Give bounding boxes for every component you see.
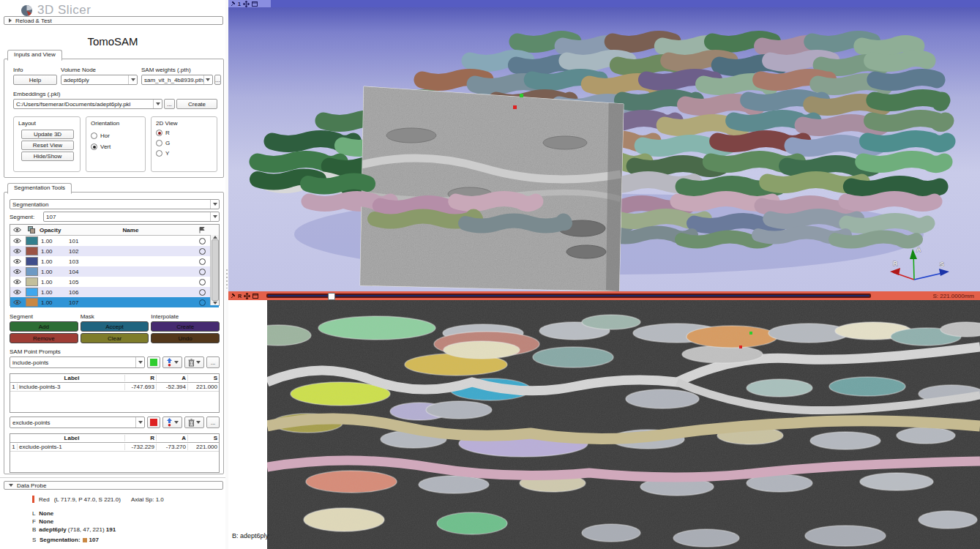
collapse-arrow-icon[interactable] — [9, 484, 13, 487]
segment-color-swatch[interactable] — [26, 298, 38, 307]
eye-icon[interactable] — [10, 238, 24, 244]
include-color-button[interactable] — [147, 356, 160, 368]
radio-vert[interactable]: Vert — [91, 143, 141, 150]
volume-node-combobox[interactable]: adept6ply — [61, 75, 138, 85]
chevron-down-icon[interactable] — [128, 75, 137, 84]
segment-row-104[interactable]: 1.00104 — [10, 266, 219, 277]
chevron-down-icon[interactable] — [135, 357, 144, 367]
chevron-down-icon[interactable] — [203, 75, 212, 84]
segment-status-circle[interactable] — [194, 299, 210, 306]
pushpin-icon[interactable] — [231, 1, 236, 7]
chevron-down-icon[interactable] — [135, 417, 144, 427]
segment-row-105[interactable]: 1.00105 — [10, 277, 219, 287]
visibility-column-eye-icon[interactable] — [10, 227, 24, 233]
segment-row-101[interactable]: 1.00101 — [10, 236, 219, 246]
exclude-point-row[interactable]: 1 exclude-points-1 -732.229 -73.270 221.… — [10, 443, 219, 452]
chevron-down-icon[interactable] — [210, 212, 219, 221]
sam-weights-combobox[interactable]: sam_vit_h_4b8939.pth — [141, 75, 213, 85]
eye-icon[interactable] — [10, 248, 24, 254]
scrollbar-thumb[interactable] — [212, 239, 219, 301]
pushpin-icon[interactable] — [231, 293, 236, 299]
exclude-color-button[interactable] — [147, 417, 160, 428]
create-button[interactable]: Create — [151, 321, 220, 332]
scroll-down-icon[interactable] — [213, 302, 217, 305]
tab-inputs-and-view[interactable]: Inputs and View — [7, 50, 62, 61]
radio-icon[interactable] — [156, 130, 162, 136]
segment-status-circle[interactable] — [194, 238, 210, 244]
segment-name[interactable]: 102 — [69, 248, 194, 255]
eye-icon[interactable] — [10, 258, 24, 264]
view3d-viewport[interactable]: R A S — [228, 7, 980, 291]
segment-name[interactable]: 107 — [69, 299, 194, 306]
maximize-icon[interactable] — [253, 294, 258, 299]
exclude-points-combobox[interactable]: exclude-points — [10, 417, 145, 428]
eye-icon[interactable] — [10, 269, 24, 274]
slice-slider[interactable] — [266, 294, 871, 298]
segment-row-107[interactable]: 1.00107 — [10, 297, 219, 307]
data-probe-section[interactable]: Data Probe — [4, 481, 223, 490]
segment-row-106[interactable]: 1.00106 — [10, 287, 219, 297]
remove-button[interactable]: Remove — [10, 333, 78, 343]
hide-show-button[interactable]: Hide/Show — [21, 152, 74, 161]
clear-button[interactable]: Clear — [81, 333, 149, 343]
segment-color-swatch[interactable] — [26, 247, 38, 255]
radio-icon[interactable] — [91, 132, 97, 139]
segment-status-circle[interactable] — [194, 279, 210, 285]
segment-status-circle[interactable] — [194, 269, 210, 275]
help-button[interactable]: Help — [13, 75, 57, 85]
exclude-more-button[interactable]: ... — [206, 417, 220, 428]
delete-point-button[interactable] — [184, 356, 204, 368]
update-3d-button[interactable]: Update 3D — [21, 130, 74, 139]
place-point-button[interactable] — [162, 356, 182, 368]
segment-table-scrollbar[interactable] — [210, 235, 219, 305]
scroll-up-icon[interactable] — [213, 236, 217, 239]
segment-color-swatch[interactable] — [26, 277, 38, 286]
segment-color-swatch[interactable] — [26, 257, 38, 266]
segment-name[interactable]: 103 — [69, 258, 194, 265]
segment-color-swatch[interactable] — [26, 288, 38, 296]
red-slice-viewport[interactable]: B: adept6ply — [228, 300, 980, 549]
chevron-down-icon[interactable] — [210, 200, 219, 209]
chevron-down-icon[interactable] — [196, 421, 201, 424]
splitter-handle[interactable] — [226, 269, 228, 288]
point-label[interactable]: include-points-3 — [18, 384, 125, 390]
move-icon[interactable] — [244, 293, 250, 299]
chevron-down-icon[interactable] — [174, 361, 179, 364]
radio-r[interactable]: R — [156, 130, 212, 136]
place-point-button[interactable] — [162, 417, 182, 428]
segment-table[interactable]: Opacity Name 1.001011.001021.001031.0010… — [10, 224, 220, 306]
embeddings-browse-button[interactable]: ... — [164, 99, 175, 109]
point-label[interactable]: exclude-points-1 — [18, 444, 125, 450]
chevron-down-icon[interactable] — [174, 421, 179, 424]
collapse-arrow-icon[interactable] — [9, 18, 12, 23]
view3d-controller-bar[interactable]: 1 — [228, 0, 980, 7]
segmentation-node-combobox[interactable]: Segmentation — [10, 199, 220, 209]
delete-point-button[interactable] — [184, 417, 204, 428]
segment-name[interactable]: 101 — [69, 238, 194, 244]
maximize-icon[interactable] — [252, 1, 258, 7]
include-more-button[interactable]: ... — [206, 356, 220, 368]
eye-icon[interactable] — [10, 299, 24, 305]
undo-button[interactable]: Undo — [151, 333, 220, 343]
segment-name[interactable]: 106 — [69, 289, 194, 296]
chevron-down-icon[interactable] — [153, 100, 162, 108]
radio-hor[interactable]: Hor — [91, 132, 141, 139]
chevron-down-icon[interactable] — [196, 361, 201, 364]
segment-status-circle[interactable] — [194, 258, 210, 265]
radio-g[interactable]: G — [156, 140, 212, 146]
radio-icon[interactable] — [156, 150, 162, 157]
radio-y[interactable]: Y — [156, 150, 212, 157]
segment-row-102[interactable]: 1.00102 — [10, 246, 219, 256]
segment-status-circle[interactable] — [194, 289, 210, 296]
reset-view-button[interactable]: Reset View — [21, 141, 74, 150]
eye-icon[interactable] — [10, 289, 24, 295]
include-points-table[interactable]: Label R A S 1 include-points-3 -747.693 … — [10, 373, 220, 413]
create-embeddings-button[interactable]: Create — [176, 99, 217, 109]
segment-name[interactable]: 104 — [69, 269, 194, 275]
segment-name[interactable]: 105 — [69, 279, 194, 285]
move-icon[interactable] — [243, 1, 250, 7]
slider-handle[interactable] — [328, 293, 335, 300]
sam-weights-browse-button[interactable]: ... — [214, 75, 221, 85]
radio-icon[interactable] — [156, 140, 162, 146]
accept-button[interactable]: Accept — [81, 321, 149, 332]
